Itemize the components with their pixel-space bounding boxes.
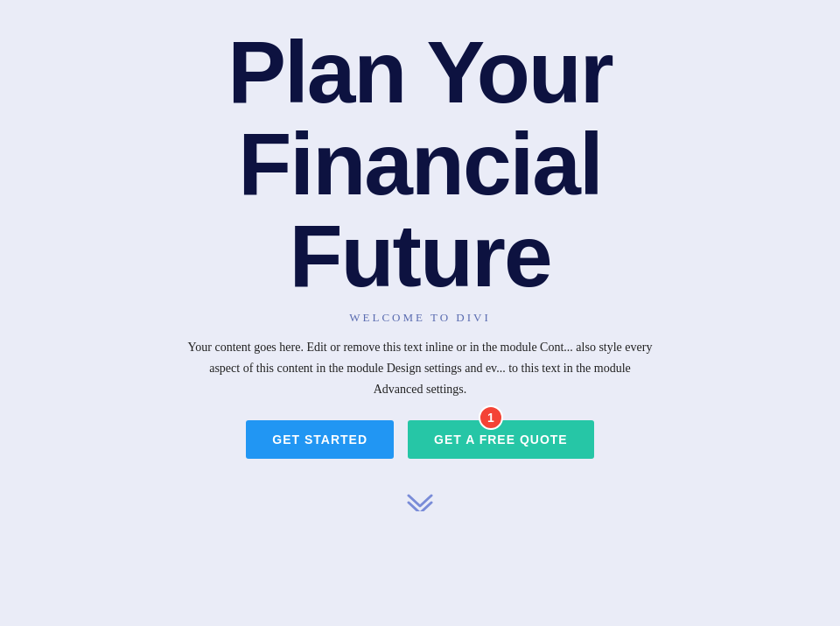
title-line2: Financial <box>238 115 601 213</box>
scroll-down-indicator[interactable] <box>407 494 433 511</box>
get-quote-button[interactable]: Get a Free Quote <box>408 420 594 459</box>
title-line1: Plan Your <box>228 23 612 121</box>
hero-title: Plan Your Financial Future <box>228 26 612 302</box>
hero-section: Plan Your Financial Future Welcome to Di… <box>0 0 840 626</box>
badge-number: 1 <box>479 405 503 430</box>
title-line3: Future <box>289 207 550 305</box>
welcome-text: Welcome to Divi <box>349 311 491 325</box>
content-text: Your content goes here. Edit or remove t… <box>184 337 656 399</box>
get-started-button[interactable]: Get Started <box>246 420 394 459</box>
cta-buttons: Get Started Get a Free Quote <box>246 420 593 459</box>
